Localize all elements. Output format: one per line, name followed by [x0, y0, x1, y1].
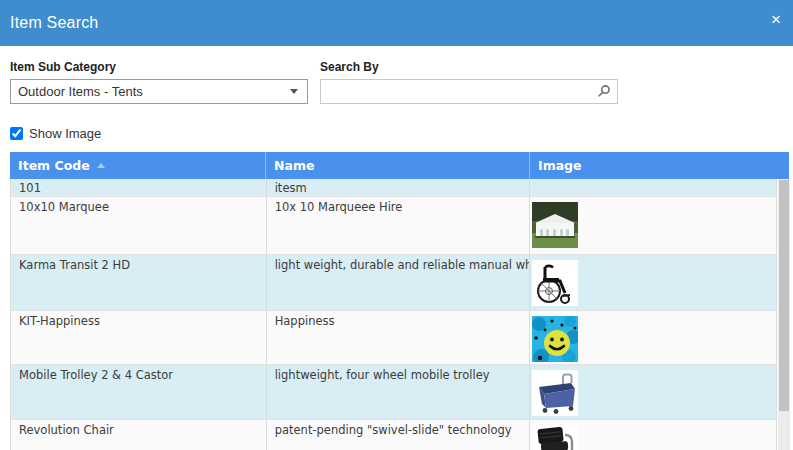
image-cell	[530, 179, 777, 196]
name-cell: light weight, durable and reliable manua…	[267, 255, 531, 310]
column-header-image[interactable]: Image	[530, 152, 789, 179]
image-cell	[530, 420, 777, 450]
column-header-label: Name	[274, 152, 314, 179]
item-code-cell: 10x10 Marquee	[11, 197, 267, 254]
office-chair-image	[532, 425, 578, 450]
wheelchair-image	[532, 260, 578, 306]
image-cell	[530, 197, 777, 254]
search-icon[interactable]	[597, 84, 611, 102]
name-cell: 10x 10 Marqueee Hire	[267, 197, 531, 254]
items-table: Item CodeNameImage 101itesm10x10 Marquee…	[10, 152, 789, 450]
show-image-label: Show Image	[29, 126, 101, 141]
item-code-cell: 101	[11, 179, 267, 196]
chevron-down-icon	[290, 89, 298, 94]
column-header-item-code[interactable]: Item Code	[10, 152, 266, 179]
name-cell: Happiness	[267, 311, 531, 364]
search-input[interactable]	[321, 80, 605, 101]
item-code-cell: KIT-Happiness	[11, 311, 267, 364]
image-cell	[530, 365, 777, 419]
item-sub-category-label: Item Sub Category	[10, 60, 308, 74]
table-row[interactable]: 10x10 Marquee10x 10 Marqueee Hire	[11, 197, 777, 255]
table-row[interactable]: Mobile Trolley 2 & 4 Castorlightweight, …	[11, 365, 777, 420]
table-header-row: Item CodeNameImage	[10, 152, 789, 179]
item-code-cell: Revolution Chair	[11, 420, 267, 450]
column-header-label: Image	[538, 152, 582, 179]
table-body: 101itesm10x10 Marquee10x 10 Marqueee Hir…	[10, 179, 777, 450]
column-header-label: Item Code	[18, 152, 90, 179]
table-row[interactable]: KIT-HappinessHappiness	[11, 311, 777, 365]
dialog-titlebar: Item Search ×	[0, 0, 793, 46]
show-image-checkbox[interactable]	[10, 127, 23, 140]
name-cell: lightweight, four wheel mobile trolley	[267, 365, 531, 419]
scrollbar-thumb[interactable]	[779, 180, 789, 411]
item-sub-category-select[interactable]: Outdoor Items - Tents	[10, 79, 308, 104]
name-cell: itesm	[267, 179, 531, 196]
item-code-cell: Karma Transit 2 HD	[11, 255, 267, 310]
search-box	[320, 79, 618, 104]
column-header-name[interactable]: Name	[266, 152, 530, 179]
sort-ascending-icon	[97, 163, 105, 168]
image-cell	[530, 255, 777, 310]
smiley-balls-image	[532, 316, 578, 362]
dialog-title: Item Search	[10, 14, 98, 32]
blue-trolley-image	[532, 370, 578, 416]
table-row[interactable]: Karma Transit 2 HDlight weight, durable …	[11, 255, 777, 311]
table-scrollbar[interactable]	[778, 179, 790, 450]
image-cell	[530, 311, 777, 364]
table-row[interactable]: Revolution Chairpatent-pending "swivel-s…	[11, 420, 777, 450]
item-sub-category-value: Outdoor Items - Tents	[18, 84, 143, 99]
table-row[interactable]: 101itesm	[11, 179, 777, 197]
marquee-tent-image	[532, 202, 578, 248]
close-icon[interactable]: ×	[771, 11, 781, 28]
search-by-label: Search By	[320, 60, 618, 74]
name-cell: patent-pending "swivel-slide" technology	[267, 420, 531, 450]
item-code-cell: Mobile Trolley 2 & 4 Castor	[11, 365, 267, 419]
